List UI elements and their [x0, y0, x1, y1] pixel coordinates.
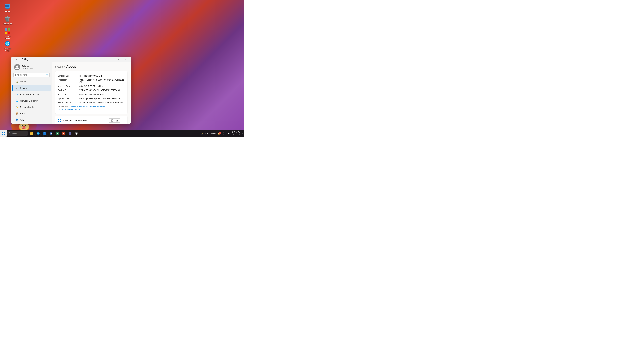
settings-taskbar-icon — [75, 132, 78, 135]
sidebar-item-home[interactable]: 🏠 Home — [12, 79, 51, 85]
link-system-protection[interactable]: System protection — [89, 106, 106, 108]
device-specs-card: Device name HP-ProDesk-600-G5-SFF Proces… — [55, 71, 128, 114]
clock[interactable]: 8:48:18 PM 1/12/2025 — [232, 131, 240, 136]
svg-text:T: T — [70, 133, 70, 134]
copy-icon — [111, 119, 113, 121]
svg-text:W: W — [50, 132, 52, 134]
spec-row-processor: Processor Intel(R) Core(TM) i5-8500T CPU… — [58, 78, 125, 84]
svg-rect-35 — [30, 132, 32, 133]
desktop-icon-control-panel[interactable]: Control Panel — [1, 27, 14, 40]
link-domain[interactable]: Domain or workgroup — [69, 106, 88, 108]
weather-widget[interactable]: 70°F Light rain — [201, 132, 216, 135]
svg-text:P: P — [63, 133, 64, 134]
home-label: Home — [20, 80, 26, 83]
svg-rect-12 — [60, 119, 61, 120]
network-icon: 🌐 — [15, 99, 18, 102]
breadcrumb-separator: › — [64, 65, 65, 68]
taskbar-powerpoint[interactable]: P — [61, 130, 67, 136]
control-panel-label: Control Panel — [2, 35, 13, 39]
this-pc-icon — [4, 3, 11, 10]
accounts-label: Ac... — [20, 119, 24, 121]
svg-rect-30 — [4, 132, 5, 133]
minimize-button[interactable]: ─ — [106, 57, 114, 62]
start-button[interactable] — [0, 130, 7, 137]
bluetooth-label: Bluetooth & devices — [20, 93, 40, 96]
search-box: 🔍 — [14, 73, 50, 77]
sidebar-item-network[interactable]: 🌐 Network & internet — [12, 98, 51, 104]
taskbar-settings[interactable] — [74, 130, 80, 136]
spec-value-processor: Intel(R) Core(TM) i5-8500T CPU @ 2.10GHz… — [80, 79, 125, 83]
spec-value-device-name: HP-ProDesk-600-G5-SFF — [80, 75, 125, 77]
personalization-icon: ✏️ — [15, 105, 18, 109]
svg-point-48 — [76, 133, 77, 134]
svg-rect-14 — [60, 121, 61, 122]
control-panel-icon — [4, 28, 11, 34]
svg-rect-4 — [5, 17, 10, 17]
volume-icon[interactable] — [227, 132, 230, 135]
taskbar-teams[interactable]: T — [67, 130, 73, 136]
window-title: Settings — [22, 58, 29, 60]
spec-label-device-name: Device name — [58, 75, 80, 77]
taskbar-file-explorer[interactable] — [29, 130, 35, 136]
user-section: Admin Local Account — [12, 63, 52, 71]
sidebar-item-accounts[interactable]: 👤 Ac... — [12, 117, 51, 123]
edge-label: Microsoft Edge — [2, 48, 13, 52]
taskbar-excel[interactable]: X — [54, 130, 60, 136]
sidebar-item-apps[interactable]: 📦 Apps — [12, 110, 51, 116]
link-advanced-settings[interactable]: Advanced system settings — [58, 108, 81, 110]
maximize-button[interactable]: □ — [114, 57, 122, 62]
show-desktop-button[interactable]: | — [242, 133, 243, 134]
copy-button[interactable]: Copy — [109, 118, 120, 122]
page-title: About — [66, 65, 76, 68]
outlook-icon — [43, 132, 46, 135]
time-display: 8:48:18 PM — [232, 131, 240, 133]
copy-label: Copy — [114, 119, 118, 122]
sidebar-item-system[interactable]: 🖥 System — [12, 85, 51, 91]
spec-label-ram: Installed RAM — [58, 85, 80, 87]
svg-rect-50 — [76, 134, 77, 135]
windows-specs-card: Windows specifications Copy ∧ — [55, 116, 128, 124]
user-info: Admin Local Account — [22, 65, 33, 69]
svg-text:X: X — [57, 132, 58, 134]
search-button[interactable]: 🔍 — [46, 74, 49, 76]
spec-label-product-id: Product ID — [58, 93, 80, 95]
taskbar-word[interactable]: W — [48, 130, 54, 136]
spec-value-product-id: 00330-80000-00000-AA312 — [80, 93, 125, 95]
svg-rect-29 — [2, 132, 3, 133]
desktop-icon-this-pc[interactable]: This PC — [1, 2, 14, 13]
collapse-button[interactable]: ∧ — [121, 119, 125, 122]
taskbar-tray: 70°F Light rain 🔔 1 — [201, 131, 244, 136]
close-button[interactable]: ✕ — [122, 57, 130, 62]
desktop-icon-edge[interactable]: Microsoft Edge — [1, 39, 14, 52]
search-input[interactable] — [14, 73, 50, 77]
desktop-icon-recycle-bin[interactable]: Recycle Bin — [1, 15, 14, 25]
spec-value-system-type: 64-bit operating system, x64-based proce… — [80, 97, 125, 99]
date-display: 1/12/2025 — [232, 133, 240, 136]
desktop: This PC Recycle Bin Control Panel — [0, 0, 244, 137]
user-name: Admin — [22, 65, 33, 67]
network-label: Network & internet — [20, 99, 38, 102]
svg-rect-8 — [5, 31, 7, 34]
spec-label-device-id: Device ID — [58, 89, 80, 91]
svg-rect-49 — [76, 132, 77, 132]
taskbar: Search — [0, 130, 244, 137]
taskbar-edge[interactable] — [35, 130, 41, 136]
this-pc-label: This PC — [4, 10, 10, 12]
user-account-type: Local Account — [22, 67, 33, 69]
breadcrumb: System — [55, 65, 63, 68]
sidebar-item-personalization[interactable]: ✏️ Personalization — [12, 104, 51, 110]
window-back-button[interactable] — [13, 57, 20, 62]
svg-rect-3 — [6, 8, 9, 9]
taskbar-outlook[interactable] — [42, 130, 48, 136]
spec-row-device-id: Device ID 72A4CBD5-8597-4741-A593-2183E6… — [58, 88, 125, 92]
svg-rect-16 — [111, 120, 113, 121]
notification-area[interactable]: 🔔 1 — [218, 132, 220, 135]
title-bar-controls: ─ □ ✕ — [106, 57, 130, 62]
spec-value-ram: 8.00 GB (7.78 GB usable) — [80, 85, 125, 87]
sidebar-item-bluetooth[interactable]: ⬡ Bluetooth & devices — [12, 91, 51, 97]
taskbar-search[interactable]: Search — [8, 131, 28, 136]
spec-label-processor: Processor — [58, 79, 80, 83]
svg-rect-31 — [2, 134, 3, 135]
related-links: Related links Domain or workgroup System… — [58, 104, 125, 111]
wifi-icon[interactable] — [222, 132, 226, 135]
